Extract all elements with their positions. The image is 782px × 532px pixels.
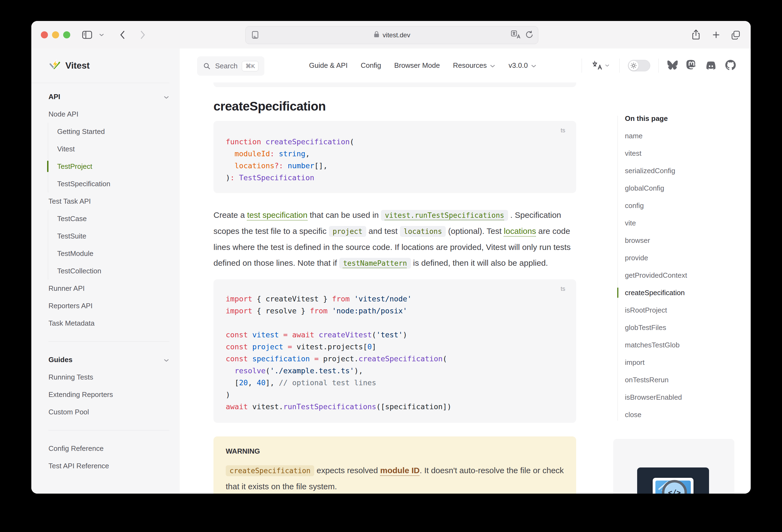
sidebar-item-vitest[interactable]: Vitest xyxy=(57,140,169,157)
bluesky-link[interactable] xyxy=(667,60,678,71)
text-run: is defined, then it will also be applied… xyxy=(411,258,548,268)
sidebar-divider xyxy=(48,332,169,351)
outline-item-matchestestglob[interactable]: matchesTestGlob xyxy=(625,336,748,354)
nav-resources[interactable]: Resources xyxy=(453,61,495,70)
discord-link[interactable] xyxy=(705,60,717,71)
language-menu-button[interactable] xyxy=(590,61,611,71)
chevron-down-icon xyxy=(490,61,496,70)
outline-item-provide[interactable]: provide xyxy=(625,249,748,267)
sidebar-item-test-api-reference[interactable]: Test API Reference xyxy=(48,457,169,474)
header-divider xyxy=(619,59,620,73)
sidebar-item-testsuite[interactable]: TestSuite xyxy=(57,227,169,245)
inline-link[interactable]: test specification xyxy=(247,210,308,219)
browser-window: vitest.dev xyxy=(31,21,751,494)
sidebar-item-testmodule[interactable]: TestModule xyxy=(57,245,169,262)
browser-titlebar: vitest.dev xyxy=(31,21,751,49)
sidebar-item-config-reference[interactable]: Config Reference xyxy=(48,440,169,457)
sidebar-menu-chevron[interactable] xyxy=(98,29,106,41)
code-language-badge: ts xyxy=(561,127,565,134)
share-button[interactable] xyxy=(690,29,702,41)
code-example[interactable]: import { createVitest } from 'vitest/nod… xyxy=(226,293,565,413)
outline-item-config[interactable]: config xyxy=(625,197,748,214)
github-link[interactable] xyxy=(725,60,736,72)
url-bar[interactable]: vitest.dev xyxy=(245,26,538,44)
social-links xyxy=(667,60,736,72)
search-button[interactable]: Search ⌘K xyxy=(197,56,264,76)
github-icon xyxy=(725,60,736,71)
mastodon-icon xyxy=(686,60,697,71)
sidebar-item-node-api[interactable]: Node API xyxy=(48,105,169,123)
sidebar-item-testspecification[interactable]: TestSpecification xyxy=(57,175,169,192)
close-window-button[interactable] xyxy=(41,31,48,38)
page-title: createSpecification xyxy=(213,99,576,114)
code-language-badge: ts xyxy=(561,285,565,292)
minimize-window-button[interactable] xyxy=(52,31,59,38)
sidebar-item-custom-pool[interactable]: Custom Pool xyxy=(48,403,169,421)
back-arrow-icon xyxy=(119,30,126,40)
sidebar-divider xyxy=(48,421,169,440)
inline-link[interactable]: vitest.runTestSpecifications xyxy=(381,210,508,221)
outline-item-name[interactable]: name xyxy=(625,127,748,145)
translate-page-icon[interactable] xyxy=(511,30,521,40)
search-label: Search xyxy=(215,62,238,70)
inline-link[interactable]: locations xyxy=(504,226,536,236)
sidebar-toggle-button[interactable] xyxy=(81,29,94,41)
sidebar-item-running-tests[interactable]: Running Tests xyxy=(48,368,169,386)
inline-link[interactable]: testNamePattern xyxy=(339,258,411,269)
sidebar-nested-group: TestCaseTestSuiteTestModuleTestCollectio… xyxy=(48,210,169,280)
theme-toggle[interactable] xyxy=(628,60,650,71)
sidebar-item-extending-reporters[interactable]: Extending Reporters xyxy=(48,386,169,403)
sidebar-item-testcollection[interactable]: TestCollection xyxy=(57,262,169,280)
outline-item-vite[interactable]: vite xyxy=(625,214,748,232)
sponsor-ad-card[interactable]: </> xyxy=(613,439,734,494)
sidebar-section-api[interactable]: API xyxy=(48,88,169,105)
sidebar-item-test-task-api[interactable]: Test Task API xyxy=(48,192,169,210)
code-signature[interactable]: function createSpecification( moduleId: … xyxy=(226,136,565,184)
sidebar-item-getting-started[interactable]: Getting Started xyxy=(57,123,169,140)
outline-item-createspecification[interactable]: createSpecification xyxy=(625,284,748,302)
previous-code-block-edge xyxy=(213,82,576,87)
mastodon-link[interactable] xyxy=(686,60,697,72)
outline-item-close[interactable]: close xyxy=(625,406,748,423)
outline-item-ontestsrerun[interactable]: onTestsRerun xyxy=(625,371,748,389)
sidebar-item-testproject[interactable]: TestProject xyxy=(57,157,169,175)
forward-button[interactable] xyxy=(136,29,149,41)
zoom-window-button[interactable] xyxy=(63,31,70,38)
tab-overview-button[interactable] xyxy=(730,29,742,41)
sponsor-ad-image: </> xyxy=(637,467,709,494)
sidebar-section-guides[interactable]: Guides xyxy=(48,351,169,368)
on-this-page-outline: On this page namevitestserializedConfigg… xyxy=(617,110,748,423)
site-logo[interactable]: Vitest xyxy=(31,48,169,83)
doc-paragraph: Create a test specification that can be … xyxy=(213,207,576,271)
code-block-signature: ts function createSpecification( moduleI… xyxy=(213,121,576,193)
outline-item-isbrowserenabled[interactable]: isBrowserEnabled xyxy=(625,389,748,406)
reload-icon[interactable] xyxy=(525,30,534,40)
site-header: Search ⌘K Guide & APIConfigBrowser ModeR… xyxy=(180,48,751,83)
sidebar-item-reporters-api[interactable]: Reporters API xyxy=(48,297,169,315)
nav-v3-0-0[interactable]: v3.0.0 xyxy=(509,61,537,70)
outline-item-import[interactable]: import xyxy=(625,354,748,371)
outline-item-globalconfig[interactable]: globalConfig xyxy=(625,179,748,197)
nav-config[interactable]: Config xyxy=(361,61,381,70)
plus-icon xyxy=(712,31,720,39)
sidebar-item-task-metadata[interactable]: Task Metadata xyxy=(48,315,169,332)
inline-link[interactable]: module ID xyxy=(380,466,420,475)
sidebar-item-runner-api[interactable]: Runner API xyxy=(48,280,169,297)
discord-icon xyxy=(705,60,717,70)
outline-item-browser[interactable]: browser xyxy=(625,232,748,249)
nav-browser-mode[interactable]: Browser Mode xyxy=(394,61,440,70)
sidebar-toggle-icon xyxy=(82,30,92,39)
nav-guide-api[interactable]: Guide & API xyxy=(309,61,348,70)
url-text: vitest.dev xyxy=(383,31,410,39)
sidebar-item-testcase[interactable]: TestCase xyxy=(57,210,169,227)
outline-item-serializedconfig[interactable]: serializedConfig xyxy=(625,162,748,179)
outline-item-globtestfiles[interactable]: globTestFiles xyxy=(625,319,748,336)
back-button[interactable] xyxy=(116,29,129,41)
forward-arrow-icon xyxy=(140,30,146,40)
text-run: and test xyxy=(366,226,400,236)
outline-item-isrootproject[interactable]: isRootProject xyxy=(625,302,748,319)
chevron-down-icon xyxy=(99,33,104,36)
outline-item-getprovidedcontext[interactable]: getProvidedContext xyxy=(625,267,748,284)
outline-item-vitest[interactable]: vitest xyxy=(625,145,748,162)
new-tab-button[interactable] xyxy=(710,29,722,41)
